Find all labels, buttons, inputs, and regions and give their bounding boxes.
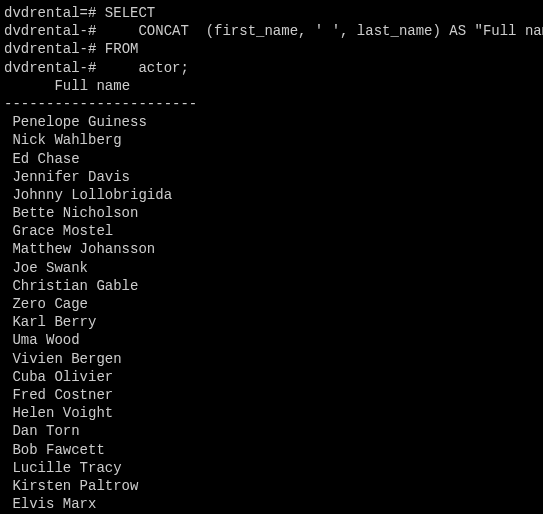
table-row: Dan Torn (4, 422, 539, 440)
table-row: Penelope Guiness (4, 113, 539, 131)
table-row: Vivien Bergen (4, 350, 539, 368)
table-row: Johnny Lollobrigida (4, 186, 539, 204)
query-line-3: dvdrental-# FROM (4, 40, 539, 58)
column-header: Full name (4, 77, 539, 95)
table-row: Fred Costner (4, 386, 539, 404)
query-line-2: dvdrental-# CONCAT (first_name, ' ', las… (4, 22, 539, 40)
table-row: Helen Voight (4, 404, 539, 422)
query-line-1: dvdrental=# SELECT (4, 4, 539, 22)
terminal-output[interactable]: dvdrental=# SELECT dvdrental-# CONCAT (f… (4, 4, 539, 514)
query-line-4: dvdrental-# actor; (4, 59, 539, 77)
table-row: Bette Nicholson (4, 204, 539, 222)
sql-text: CONCAT (first_name, ' ', last_name) AS "… (105, 23, 543, 39)
table-row: Ed Chase (4, 150, 539, 168)
table-row: Nick Wahlberg (4, 131, 539, 149)
separator: ----------------------- (4, 95, 539, 113)
table-row: Matthew Johansson (4, 240, 539, 258)
table-row: Grace Mostel (4, 222, 539, 240)
table-row: Zero Cage (4, 295, 539, 313)
table-row: Elvis Marx (4, 495, 539, 513)
sql-text: SELECT (105, 5, 155, 21)
table-row: Christian Gable (4, 277, 539, 295)
prompt: dvdrental=# (4, 5, 96, 21)
table-row: Cuba Olivier (4, 368, 539, 386)
prompt: dvdrental-# (4, 23, 96, 39)
prompt: dvdrental-# (4, 60, 96, 76)
table-row: Lucille Tracy (4, 459, 539, 477)
sql-text: actor; (105, 60, 189, 76)
table-row: Uma Wood (4, 331, 539, 349)
table-row: Kirsten Paltrow (4, 477, 539, 495)
table-row: Karl Berry (4, 313, 539, 331)
sql-text: FROM (105, 41, 139, 57)
table-row: Bob Fawcett (4, 441, 539, 459)
prompt: dvdrental-# (4, 41, 96, 57)
table-row: Joe Swank (4, 259, 539, 277)
table-row: Jennifer Davis (4, 168, 539, 186)
